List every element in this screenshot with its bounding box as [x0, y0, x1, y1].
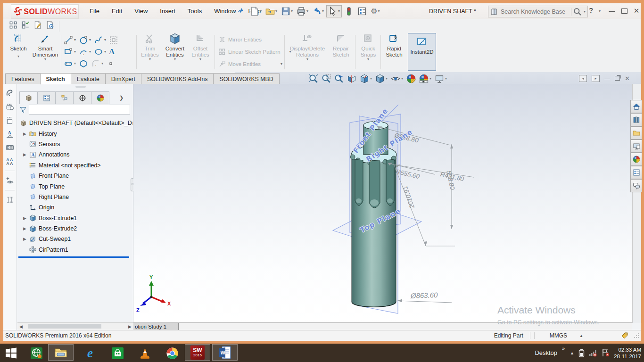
toolbar-chevron-icon[interactable]: »: [562, 346, 565, 351]
doc-restore-icon[interactable]: [615, 75, 620, 82]
arc-caret-icon[interactable]: ▾: [89, 50, 91, 54]
smart-dimension-button[interactable]: Smart Dimension ▾: [32, 33, 59, 71]
units-caret-icon[interactable]: ▲: [579, 334, 583, 338]
custom-properties-button[interactable]: [630, 166, 642, 179]
scrollbar-thumb[interactable]: [28, 324, 101, 329]
tree-item-right-plane[interactable]: Right Plane: [17, 192, 132, 202]
taskbar-vlc[interactable]: [138, 346, 152, 360]
appearances-button[interactable]: [630, 153, 642, 166]
status-units[interactable]: MMGS: [550, 332, 567, 339]
edit-document-icon[interactable]: [33, 21, 42, 29]
doc-close-icon[interactable]: ✕: [625, 75, 630, 82]
horizontal-scrollbar[interactable]: ◀ ▶: [17, 322, 133, 330]
expand-arrow-icon[interactable]: ▶: [23, 132, 29, 136]
desktop-toolbar-label[interactable]: Desktop »: [535, 349, 557, 356]
rollback-bar[interactable]: [18, 256, 129, 258]
taskbar-file-explorer[interactable]: [48, 344, 74, 361]
tree-item-material[interactable]: Material <not specified>: [17, 160, 132, 171]
tree-item-sensors[interactable]: Sensors: [17, 139, 132, 149]
expand-arrow-icon[interactable]: ▶: [23, 226, 29, 231]
fillet-caret-icon[interactable]: ▾: [101, 62, 103, 66]
panel-expand-arrow-icon[interactable]: ❯: [119, 95, 124, 101]
tab-features[interactable]: Features: [5, 73, 41, 84]
select-tool-button[interactable]: ▾: [326, 5, 342, 17]
tree-root-item[interactable]: DRIVEN SHAFT (Default<<Default>_Dis: [17, 118, 132, 128]
tree-filter-input[interactable]: [29, 105, 130, 115]
settings-gear-button[interactable]: ⚙▾: [369, 7, 381, 16]
tab-solidworks-mbd[interactable]: SOLIDWORKS MBD: [213, 73, 279, 84]
help-caret-icon[interactable]: ▾: [599, 9, 601, 13]
tab-solidworks-addins[interactable]: SOLIDWORKS Add-Ins: [141, 73, 214, 84]
dimxpert-manager-tab[interactable]: [73, 91, 91, 104]
pattern-grid-icon[interactable]: [9, 21, 17, 29]
sketch-button[interactable]: Sketch ▾: [6, 33, 31, 71]
show-hidden-icons-button[interactable]: ▲: [570, 351, 574, 355]
dimension-len-mid[interactable]: 2010.91: [402, 185, 416, 210]
annotations-display-icon[interactable]: A: [6, 130, 14, 138]
ellipse-caret-icon[interactable]: ▾: [104, 50, 106, 54]
search-input[interactable]: [500, 8, 569, 16]
taskbar-chrome[interactable]: [165, 346, 179, 360]
apply-scene-button[interactable]: ▾: [419, 74, 431, 83]
collapse-left-pane-icon[interactable]: ◂: [579, 75, 587, 82]
hide-dimensions-icon[interactable]: [6, 102, 14, 111]
scale-adjust-icon[interactable]: [6, 196, 14, 204]
polygon-tool[interactable]: [79, 59, 88, 68]
undo-button[interactable]: ▾: [311, 6, 325, 17]
graphics-viewport[interactable]: ▾ ▾ ▾ ▾ ▾ ◂ ▸ — ✕: [133, 84, 632, 323]
display-manager-tab[interactable]: [91, 91, 109, 104]
display-style-caret-icon[interactable]: ▾: [386, 77, 388, 81]
rapid-sketch-button[interactable]: Rapid Sketch: [383, 33, 405, 71]
line-tool[interactable]: ▾: [64, 35, 76, 45]
start-button[interactable]: [4, 346, 18, 360]
design-library-button[interactable]: [630, 126, 642, 140]
doc-minimize-icon[interactable]: —: [604, 75, 610, 82]
configuration-manager-tab[interactable]: [55, 91, 74, 104]
scroll-left-icon[interactable]: ◀: [17, 324, 25, 329]
menu-tools[interactable]: Tools: [182, 3, 208, 19]
tree-item-boss-ext2[interactable]: ▶ Boss-Extrude2: [17, 223, 132, 234]
taskbar-solidworks[interactable]: SW 2016: [185, 344, 210, 361]
network-icon[interactable]: [589, 349, 597, 357]
tree-item-top-plane[interactable]: Top Plane: [17, 181, 132, 191]
scroll-right-icon[interactable]: ▶: [126, 324, 133, 329]
view-orientation-caret-icon[interactable]: ▾: [370, 77, 372, 81]
taskbar-app-globe[interactable]: [29, 346, 43, 360]
sketch-text-tool[interactable]: A: [109, 47, 115, 57]
expand-arrow-icon[interactable]: ▶: [23, 152, 29, 157]
model-scene[interactable]: Ø558.80 558.80 R555.60 R431.80 2010.91 Ø…: [133, 84, 632, 323]
edit-appearance-button[interactable]: [406, 74, 416, 83]
rectangle-caret-icon[interactable]: ▾: [74, 50, 76, 54]
resize-grip-icon[interactable]: [633, 332, 640, 339]
save-button[interactable]: ▾: [280, 6, 294, 17]
convert-caret-icon[interactable]: ▾: [174, 58, 176, 61]
design-binder-icon[interactable]: [6, 89, 14, 97]
feature-manager-tree-tab[interactable]: [19, 91, 38, 104]
instant2d-button[interactable]: Instant2D: [408, 33, 436, 71]
spline-tool[interactable]: ▾: [94, 35, 106, 45]
menu-insert[interactable]: Insert: [154, 3, 182, 19]
property-manager-tab[interactable]: [37, 91, 56, 104]
arc-tool[interactable]: ▾: [79, 47, 91, 57]
menu-view[interactable]: View: [128, 3, 154, 19]
search-options-caret-icon[interactable]: ▾: [584, 10, 586, 14]
slot-tool[interactable]: ▾: [64, 59, 76, 68]
home-button[interactable]: [630, 100, 642, 113]
slot-caret-icon[interactable]: ▾: [74, 62, 76, 66]
print-button[interactable]: ▾: [295, 6, 310, 17]
search-icon[interactable]: [573, 8, 582, 16]
close-button[interactable]: ✕: [630, 5, 643, 17]
taskbar-word[interactable]: W: [212, 344, 238, 361]
ellipse-tool[interactable]: ▾: [94, 47, 106, 57]
zoom-to-fit-button[interactable]: [309, 74, 318, 83]
sketch-caret-icon[interactable]: ▾: [17, 55, 19, 58]
options-list-icon[interactable]: [356, 6, 368, 17]
file-explorer-button[interactable]: [630, 140, 642, 153]
battery-icon[interactable]: [578, 349, 585, 357]
add-display-state-icon[interactable]: [6, 176, 14, 185]
tree-item-origin[interactable]: Origin: [17, 202, 132, 213]
tree-item-cut-sweep[interactable]: ▶ Cut-Sweep1: [17, 234, 132, 244]
previous-view-button[interactable]: [334, 74, 344, 83]
help-icon[interactable]: ?: [589, 6, 593, 14]
hide-show-items-button[interactable]: ▾: [391, 74, 403, 83]
